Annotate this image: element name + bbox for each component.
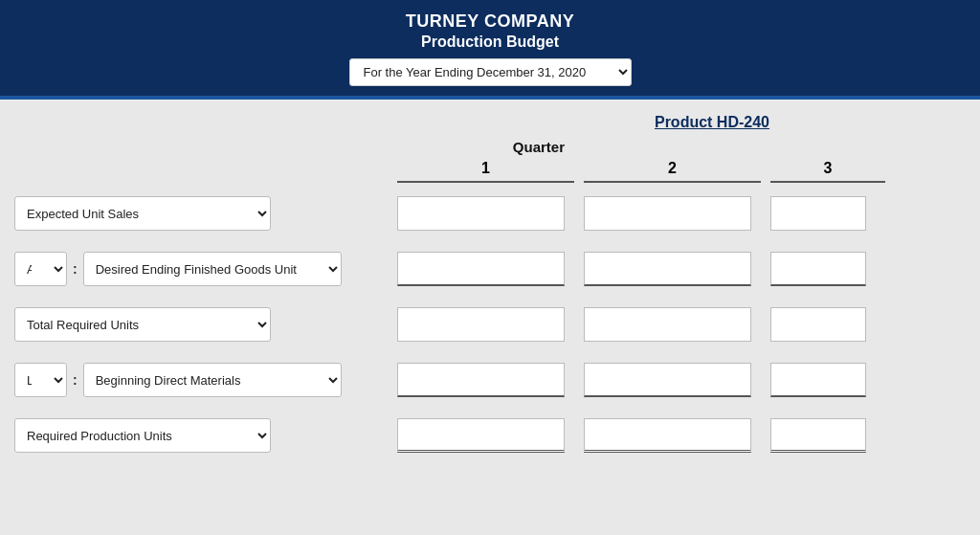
row3-col1-input[interactable] [397, 307, 565, 342]
row1-col3-cell [770, 196, 866, 231]
row3-label-select[interactable]: Total Required Units [14, 307, 271, 342]
row4-col1-input[interactable] [397, 363, 565, 397]
row1-col1-cell [397, 196, 565, 231]
row5-col2-cell [584, 418, 751, 453]
row4-col3-cell [770, 363, 866, 397]
content-area: Product HD-240 Quarter 1 2 3 Expected Un… [0, 100, 980, 457]
header: TURNEY COMPANY Production Budget For the… [0, 0, 980, 96]
rows-area: Expected Unit Sales Add Less : [0, 192, 980, 457]
row-total-required: Total Required Units [0, 303, 980, 346]
row4-col2-cell [584, 363, 751, 397]
row2-colon: : [73, 261, 78, 277]
row5-col3-cell [770, 418, 866, 453]
row1-col2-input[interactable] [584, 196, 751, 231]
row5-label-select[interactable]: Required Production Units [14, 418, 271, 453]
row2-col3-input[interactable] [770, 252, 866, 286]
row4-col1-cell [397, 363, 565, 397]
row3-col3-cell [770, 307, 866, 342]
row-expected-unit-sales: Expected Unit Sales [0, 192, 980, 234]
row2-col2-cell [584, 252, 751, 286]
company-name: TURNEY COMPANY [406, 11, 574, 32]
row2-col3-cell [770, 252, 866, 286]
row3-col3-input[interactable] [770, 307, 866, 342]
row5-col3-input[interactable] [770, 418, 866, 453]
period-select[interactable]: For the Year Ending December 31, 2020 Fo… [349, 58, 632, 86]
product-title: Product HD-240 [0, 114, 980, 131]
row5-col2-input[interactable] [584, 418, 751, 453]
row1-col3-input[interactable] [770, 196, 866, 231]
row5-col1-input[interactable] [397, 418, 565, 453]
row4-col2-input[interactable] [584, 363, 751, 397]
row2-col1-cell [397, 252, 565, 286]
row4-colon: : [73, 372, 78, 388]
row3-col2-input[interactable] [584, 307, 751, 342]
row4-label-select[interactable]: Beginning Direct Materials Desired Endin… [83, 363, 342, 397]
row-beginning-direct: Less Add : Beginning Direct Materials De… [0, 359, 980, 401]
period-select-row: For the Year Ending December 31, 2020 Fo… [349, 58, 632, 86]
budget-title: Production Budget [421, 33, 559, 51]
row4-label-section: Less Add : Beginning Direct Materials De… [0, 363, 397, 397]
row1-col2-cell [584, 196, 751, 231]
row-desired-ending: Add Less : Desired Ending Finished Goods… [0, 248, 980, 290]
col3-header: 3 [824, 160, 833, 176]
row-required-production: Required Production Units [0, 414, 980, 457]
row2-label-section: Add Less : Desired Ending Finished Goods… [0, 252, 397, 286]
row1-label-select[interactable]: Expected Unit Sales [14, 196, 271, 231]
col2-header: 2 [668, 160, 677, 176]
quarter-label: Quarter [513, 139, 565, 155]
row4-prefix-select[interactable]: Less Add [14, 363, 67, 397]
row1-col1-input[interactable] [397, 196, 565, 231]
row3-col1-cell [397, 307, 565, 342]
row5-label-section: Required Production Units [0, 418, 397, 453]
row5-col1-cell [397, 418, 565, 453]
row2-col2-input[interactable] [584, 252, 751, 286]
col1-header: 1 [481, 160, 490, 176]
row3-label-section: Total Required Units [0, 307, 397, 342]
row4-col3-input[interactable] [770, 363, 866, 397]
row2-col1-input[interactable] [397, 252, 565, 286]
row2-label-select[interactable]: Desired Ending Finished Goods Unit Begin… [83, 252, 342, 286]
row2-prefix-select[interactable]: Add Less [14, 252, 67, 286]
row1-label-section: Expected Unit Sales [0, 196, 397, 231]
row3-col2-cell [584, 307, 751, 342]
